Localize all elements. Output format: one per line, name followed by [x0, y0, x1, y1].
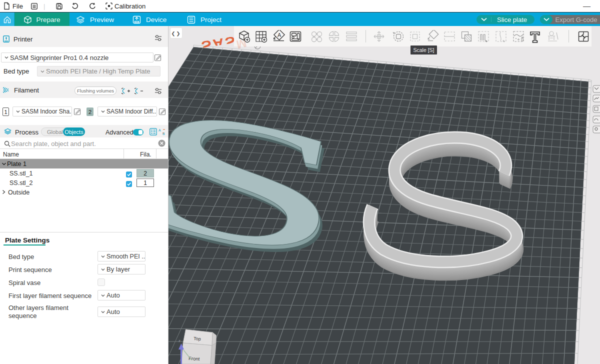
svg-text:B: B: [162, 132, 165, 136]
svg-text:z: z: [178, 338, 180, 343]
svg-text:A: A: [158, 128, 161, 132]
svg-text:Top: Top: [194, 336, 201, 342]
svg-text:A: A: [278, 32, 282, 38]
